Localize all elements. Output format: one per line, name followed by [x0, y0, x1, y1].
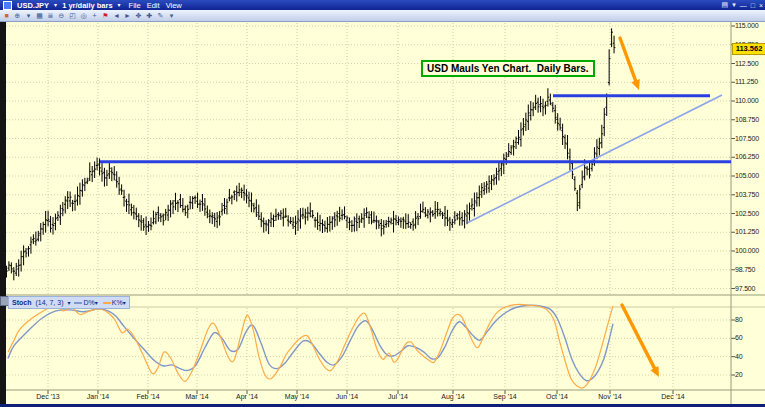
app-icon	[3, 1, 12, 10]
month-label: Jun '14	[336, 393, 358, 400]
price-axis-label: 102.500	[735, 210, 759, 217]
price-axis-label: 112.500	[735, 60, 758, 67]
price-axis-label: 101.250	[735, 228, 759, 235]
zoom-window-icon[interactable]: ◰	[68, 11, 77, 20]
pointer-right-icon[interactable]: ►	[123, 11, 132, 20]
pan-icon[interactable]: ✥	[134, 11, 143, 20]
price-axis-label: 105.000	[735, 172, 759, 179]
legend-dash-icon	[74, 302, 82, 304]
symbol-caret-icon[interactable]: ▾	[54, 2, 57, 8]
month-label: Jan '14	[87, 393, 109, 400]
month-label: Nov '14	[598, 393, 622, 400]
annotation-box[interactable]: USD Mauls Yen Chart. Daily Bars.	[421, 60, 595, 77]
price-axis-label: 110.000	[735, 97, 758, 104]
legend-caret-icon[interactable]: ▾	[95, 300, 98, 306]
legend-caret-icon[interactable]: ▾	[123, 300, 126, 306]
titlebar: USD.JPY ▾ 1 yr/daily bars ▾ FileEditView…	[0, 0, 765, 10]
legend-item-k: K%▾	[103, 299, 126, 306]
indicator-icon[interactable]: ≣	[46, 11, 55, 20]
minimize-icon[interactable]: —	[740, 2, 747, 9]
stoch-axis-label: 60	[735, 334, 742, 341]
layout-caret-icon[interactable]: ▾	[732, 1, 736, 9]
arrowhead-icon	[631, 79, 640, 90]
stoch-settings-caret-icon[interactable]: ▾	[67, 300, 70, 306]
price-axis-label: 106.250	[735, 153, 759, 160]
legend-label: D%	[83, 299, 94, 306]
menu-edit[interactable]: Edit	[147, 1, 160, 10]
toolbar: ■⊕▾▦≣⊖◰◎+⚑◄►✥✚✎▾	[0, 10, 765, 22]
price-chart-canvas[interactable]	[0, 0, 765, 407]
month-label: Jul '14	[388, 393, 408, 400]
palette-icon[interactable]: ■	[2, 11, 11, 20]
symbol-label[interactable]: USD.JPY	[17, 1, 49, 10]
left-edge-scrollbar[interactable]	[0, 22, 6, 404]
stoch-axis-label: 40	[735, 353, 742, 360]
period-caret-icon[interactable]: ▾	[118, 2, 121, 8]
cross-icon[interactable]: ✚	[145, 11, 154, 20]
chart-window: USD.JPY ▾ 1 yr/daily bars ▾ FileEditView…	[0, 0, 765, 407]
price-axis-label: 98.750	[735, 266, 755, 273]
month-label: Dec '13	[36, 393, 60, 400]
caret-down-2-icon[interactable]: ▾	[167, 11, 176, 20]
legend-dash-icon	[103, 302, 111, 304]
pointer-left-icon[interactable]: ◄	[112, 11, 121, 20]
window-controls: ▤▾—□×	[722, 0, 763, 10]
price-axis-label: 115.000	[735, 22, 758, 29]
crosshair-icon[interactable]: +	[90, 11, 99, 20]
close-icon[interactable]: ×	[759, 2, 763, 9]
chart-style-icon[interactable]: ▦	[35, 11, 44, 20]
month-label: Aug '14	[441, 393, 465, 400]
menu-bar: FileEditView	[126, 1, 185, 10]
month-label: Oct '14	[546, 393, 568, 400]
pencil-icon[interactable]: ✎	[156, 11, 165, 20]
stoch-params: (14, 7, 3)	[35, 299, 63, 306]
last-price-badge: 113.562	[732, 43, 765, 55]
legend-label: K%	[112, 299, 123, 306]
stoch-label: Stoch	[12, 299, 31, 306]
stoch-k-line	[8, 304, 613, 388]
printer-icon[interactable]: ▤	[722, 1, 729, 9]
month-label: Mar '14	[185, 393, 208, 400]
month-label: Sep '14	[493, 393, 517, 400]
stoch-legend: D%▾K%▾	[74, 299, 125, 306]
price-axis-label: 108.750	[735, 116, 759, 123]
stoch-d-line	[8, 305, 613, 381]
month-label: Feb '14	[136, 393, 159, 400]
down-arrow-stoch[interactable]	[622, 305, 654, 368]
price-axis-label: 107.500	[735, 135, 759, 142]
maximize-icon[interactable]: □	[751, 2, 755, 9]
caret-down-icon[interactable]: ▾	[24, 11, 33, 20]
stoch-header[interactable]: Stoch (14, 7, 3) ▾ D%▾K%▾	[8, 296, 130, 309]
price-axis-label: 100.000	[735, 247, 759, 254]
month-label: Dec '14	[661, 393, 685, 400]
legend-item-d: D%▾	[74, 299, 97, 306]
price-axis-label: 103.750	[735, 191, 759, 198]
month-label: May '14	[285, 393, 309, 400]
period-label[interactable]: 1 yr/daily bars	[62, 1, 112, 10]
flag-icon[interactable]: ⚑	[101, 11, 110, 20]
zoom-reset-icon[interactable]: ◎	[79, 11, 88, 20]
zoom-in-icon[interactable]: ⊕	[13, 11, 22, 20]
price-axis-label: 111.250	[735, 78, 758, 85]
month-label: Apr '14	[236, 393, 258, 400]
price-axis-label: 97.500	[735, 285, 755, 292]
stoch-axis-label: 20	[735, 371, 742, 378]
zoom-out-icon[interactable]: ⊖	[57, 11, 66, 20]
menu-file[interactable]: File	[129, 1, 141, 10]
menu-view[interactable]: View	[166, 1, 182, 10]
stoch-axis-label: 80	[735, 316, 742, 323]
